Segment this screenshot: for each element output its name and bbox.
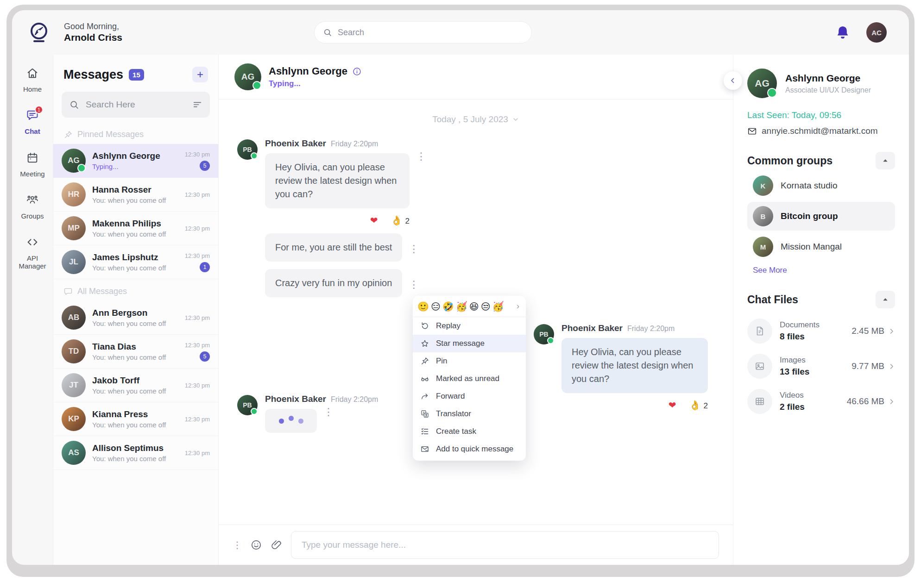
file-size: 46.66 MB — [847, 396, 884, 407]
nav-item-chat[interactable]: 1 Chat — [13, 109, 52, 135]
glasses-icon — [420, 374, 429, 383]
emoji-reaction[interactable]: 🥳 — [492, 302, 504, 311]
chat-name: James Lipshutz — [92, 252, 178, 263]
info-icon[interactable] — [352, 67, 362, 76]
group-name: Bitcoin group — [781, 211, 838, 221]
topbar: Good Morning, Arnold Criss AC — [12, 10, 909, 55]
ok-reaction[interactable]: 👌2 — [391, 215, 410, 226]
file-size: 9.77 MB — [852, 361, 884, 371]
menu-item-forward[interactable]: Forward — [413, 388, 526, 405]
emoji-reaction[interactable]: 🙂 — [417, 302, 429, 311]
message-options-icon[interactable]: ⋮ — [323, 404, 334, 417]
message-input[interactable] — [291, 531, 719, 559]
chat-list-item[interactable]: AB Ann Bergson You: when you come office… — [53, 301, 218, 335]
video-icon — [747, 389, 772, 414]
message-reactions: ❤ 👌2 — [561, 400, 708, 411]
group-item[interactable]: K Kornata studio — [747, 171, 895, 200]
pinned-chat-list: AG Ashlynn George Typing... 12:30 pm 5 H… — [53, 144, 218, 279]
avatar-initials: TD — [69, 347, 79, 356]
heart-reaction[interactable]: ❤ — [370, 215, 378, 226]
menu-item-replay[interactable]: Replay — [413, 317, 526, 335]
nav-item-groups[interactable]: Groups — [13, 194, 52, 220]
attachment-icon[interactable] — [271, 539, 283, 551]
avatar: AS — [62, 441, 86, 465]
home-icon — [26, 67, 39, 81]
messages-search-input[interactable] — [85, 99, 187, 110]
message-bubble[interactable]: Hey Olivia, can you please review the la… — [561, 338, 708, 393]
more-emojis-arrow[interactable]: › — [517, 301, 521, 311]
emoji-picker-icon[interactable] — [250, 539, 262, 551]
collapse-panel-button[interactable] — [724, 71, 742, 90]
new-message-button[interactable]: + — [192, 67, 208, 82]
message-input-bar: ⋮ — [219, 525, 733, 565]
message-options-icon[interactable]: ⋮ — [409, 241, 419, 254]
emoji-reaction[interactable]: 🤣 — [442, 302, 454, 311]
file-row-videos[interactable]: Videos 2 files 46.66 MB — [747, 389, 895, 414]
nav-item-api-manager[interactable]: API Manager — [13, 236, 52, 270]
emoji-reaction[interactable]: 😒 — [481, 302, 491, 311]
chevron-right-icon[interactable] — [888, 398, 895, 405]
input-options-icon[interactable]: ⋮ — [233, 540, 242, 550]
global-search-input[interactable] — [337, 27, 523, 38]
date-divider[interactable]: Today , 5 July 2023 — [237, 114, 714, 125]
menu-item-marked-as-unread[interactable]: Marked as unread — [413, 370, 526, 388]
emoji-reaction[interactable]: 😑 — [431, 302, 441, 311]
nav-label: Home — [23, 85, 42, 93]
message-bubble[interactable]: Hey Olivia, can you please review the la… — [265, 153, 410, 208]
chat-list-item[interactable]: MP Makenna Philips You: when you come of… — [53, 212, 218, 245]
avatar-initials: AB — [68, 313, 80, 322]
avatar: AB — [62, 306, 86, 330]
file-row-images[interactable]: Images 13 files 9.77 MB — [747, 354, 895, 379]
file-row-documents[interactable]: Documents 8 files 2.45 MB — [747, 319, 895, 344]
menu-item-label: Create task — [436, 427, 476, 436]
group-item[interactable]: M Mission Mangal — [747, 232, 895, 261]
ok-reaction[interactable]: 👌2 — [689, 400, 708, 411]
nav-item-home[interactable]: Home — [13, 67, 52, 93]
chevron-right-icon[interactable] — [888, 363, 895, 370]
nav-item-meeting[interactable]: Meeting — [13, 151, 52, 178]
chat-list-item[interactable]: JT Jakob Torff You: when you come office… — [53, 369, 218, 402]
messages-panel-header: Messages 15 + — [53, 55, 218, 89]
menu-item-star-message[interactable]: Star message — [413, 335, 526, 352]
chat-list-item[interactable]: KP Kianna Press You: when you come offic… — [53, 402, 218, 436]
avatar-initials: AG — [755, 78, 770, 89]
chat-list-item[interactable]: AS Allison Septimus You: when you come o… — [53, 436, 218, 470]
chat-list-item[interactable]: JL James Lipshutz You: when you come off… — [53, 245, 218, 279]
user-avatar[interactable]: AC — [866, 22, 887, 43]
group-item[interactable]: B Bitcoin group — [747, 202, 895, 231]
message-bubble[interactable]: For me, you are still the best — [265, 233, 402, 262]
menu-item-translator[interactable]: A Translator — [413, 405, 526, 423]
nav-label: Chat — [25, 127, 40, 135]
avatar: M — [753, 237, 773, 257]
message-options-icon[interactable]: ⋮ — [409, 277, 419, 290]
app-window: Good Morning, Arnold Criss AC Home — [12, 10, 909, 565]
emoji-reaction[interactable]: 😆 — [469, 302, 479, 311]
message-options-icon[interactable]: ⋮ — [416, 149, 426, 162]
chat-list-item[interactable]: AG Ashlynn George Typing... 12:30 pm 5 — [53, 144, 218, 178]
messages-search[interactable] — [62, 92, 210, 118]
app-logo-icon[interactable] — [26, 19, 52, 45]
avatar-initials: JL — [69, 257, 78, 267]
bell-icon[interactable] — [835, 25, 851, 40]
menu-item-create-task[interactable]: Create task — [413, 423, 526, 440]
profile-avatar[interactable]: AG — [747, 69, 777, 98]
avatar-initials: AS — [68, 448, 79, 457]
global-search[interactable] — [314, 21, 532, 44]
avatar-initials: AG — [68, 156, 80, 165]
filter-icon[interactable] — [192, 100, 202, 110]
heart-reaction[interactable]: ❤ — [669, 400, 676, 411]
profile-email-row[interactable]: annyie.schmidt@matarkt.com — [747, 126, 895, 136]
chevron-right-icon[interactable] — [888, 328, 895, 335]
menu-item-add-to-quick-message[interactable]: Add to quick message — [413, 440, 526, 458]
pinned-messages-label: Pinned Messages — [53, 122, 218, 144]
chat-list-item[interactable]: HR Hanna Rosser You: when you come offic… — [53, 178, 218, 212]
avatar: PB — [237, 139, 258, 160]
chat-header-avatar[interactable]: AG — [234, 63, 261, 90]
collapse-chat-files-button[interactable] — [876, 291, 895, 308]
message-bubble[interactable]: Crazy very fun in my opinion — [265, 269, 402, 297]
see-more-link[interactable]: See More — [753, 266, 895, 275]
emoji-reaction[interactable]: 🥳 — [456, 302, 467, 311]
collapse-common-groups-button[interactable] — [876, 152, 895, 169]
chat-list-item[interactable]: TD Tiana Dias You: when you come office,… — [53, 335, 218, 369]
menu-item-pin[interactable]: Pin — [413, 352, 526, 370]
